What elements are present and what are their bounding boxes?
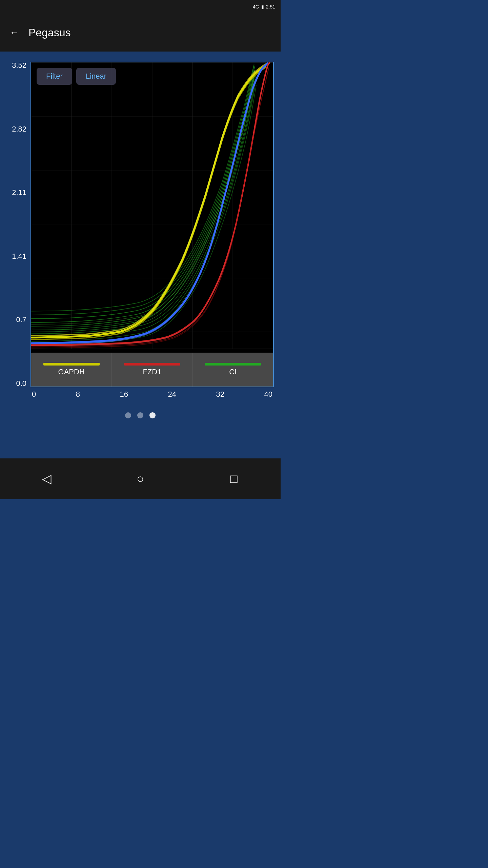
main-content: 3.52 2.82 2.11 1.41 0.7 0.0 Filter Linea… <box>0 52 281 418</box>
x-axis: 0 8 16 24 32 40 <box>30 390 274 399</box>
y-label-0: 3.52 <box>12 62 26 69</box>
y-label-1: 2.82 <box>12 125 26 133</box>
pagination <box>7 412 274 418</box>
y-label-5: 0.0 <box>16 380 26 387</box>
legend-label-ci: CI <box>229 368 237 376</box>
chart-wrapper: 3.52 2.82 2.11 1.41 0.7 0.0 Filter Linea… <box>7 62 274 387</box>
status-bar: 4G ▮ 2:51 <box>0 0 281 14</box>
dot-3[interactable] <box>149 412 156 418</box>
legend-item-gapdh: GAPDH <box>31 353 112 387</box>
nav-recents-icon[interactable]: □ <box>224 469 244 489</box>
x-axis-row: 0 8 16 24 32 40 <box>7 390 274 399</box>
legend-color-ci <box>205 363 261 366</box>
chart-legend: GAPDH FZD1 CI <box>31 353 273 387</box>
legend-color-gapdh <box>43 363 100 366</box>
toolbar: ← Pegasus <box>0 14 281 52</box>
legend-item-fzd1: FZD1 <box>112 353 192 387</box>
x-label-0: 0 <box>32 390 36 399</box>
y-label-2: 2.11 <box>12 189 26 196</box>
x-label-32: 32 <box>216 390 224 399</box>
nav-back-icon[interactable]: ◁ <box>37 469 57 489</box>
y-axis: 3.52 2.82 2.11 1.41 0.7 0.0 <box>7 62 30 387</box>
x-axis-spacer <box>7 390 30 399</box>
page-title: Pegasus <box>28 26 71 39</box>
nav-bar: ◁ ○ □ <box>0 458 281 499</box>
legend-label-fzd1: FZD1 <box>143 368 161 376</box>
back-button[interactable]: ← <box>7 24 22 41</box>
chart-svg <box>31 62 273 387</box>
y-label-3: 1.41 <box>12 253 26 260</box>
status-icons: 4G ▮ 2:51 <box>253 4 275 9</box>
time-display: 2:51 <box>266 4 275 9</box>
legend-color-fzd1 <box>124 363 180 366</box>
battery-icon: ▮ <box>261 4 264 9</box>
dot-2[interactable] <box>137 412 143 418</box>
x-label-8: 8 <box>76 390 80 399</box>
chart-buttons: Filter Linear <box>37 68 116 85</box>
x-label-24: 24 <box>168 390 176 399</box>
filter-button[interactable]: Filter <box>37 68 72 85</box>
linear-button[interactable]: Linear <box>76 68 116 85</box>
x-label-16: 16 <box>120 390 128 399</box>
legend-item-ci: CI <box>193 353 273 387</box>
y-label-4: 0.7 <box>16 316 26 323</box>
nav-home-icon[interactable]: ○ <box>130 469 150 489</box>
chart-area: Filter Linear <box>30 62 274 387</box>
legend-label-gapdh: GAPDH <box>58 368 85 376</box>
dot-1[interactable] <box>125 412 131 418</box>
signal-icon: 4G <box>253 4 259 9</box>
x-label-40: 40 <box>264 390 272 399</box>
